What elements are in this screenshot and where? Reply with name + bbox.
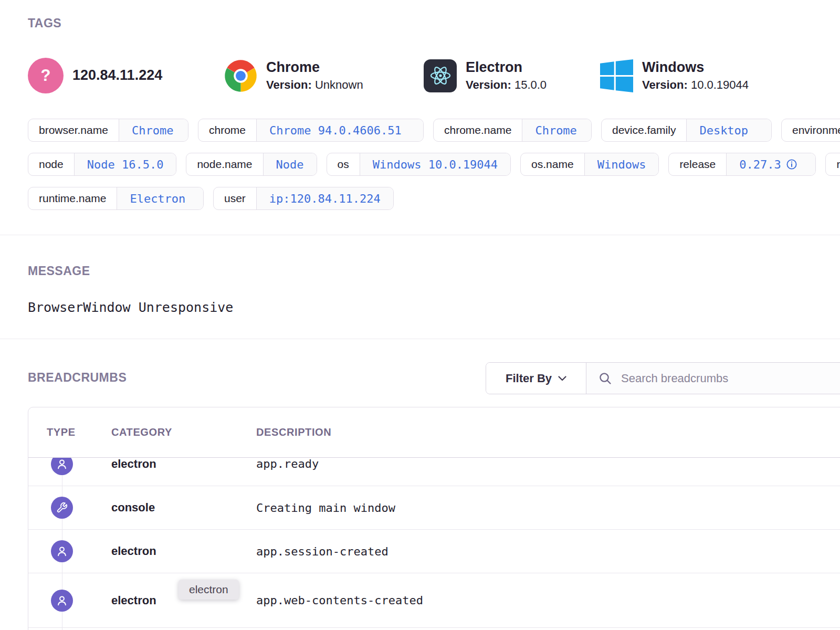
tag-value[interactable]: ip:120.84.11.224 — [256, 187, 393, 209]
filter-by-label: Filter By — [506, 372, 552, 385]
tag-pill-chrome-name: chrome.name Chrome — [433, 119, 592, 142]
tag-card-ip: ? 120.84.11.224 — [28, 58, 224, 93]
filter-by-button[interactable]: Filter By — [486, 363, 586, 394]
tag-value[interactable]: Node 16.5.0 — [74, 153, 176, 175]
message-text: BrowserWindow Unresponsive — [28, 300, 233, 315]
breadcrumbs-table: TYPE CATEGORY DESCRIPTION electron app.r… — [28, 407, 840, 630]
user-icon — [51, 540, 73, 562]
breadcrumb-category: console — [111, 501, 256, 514]
chevron-down-icon — [558, 376, 566, 381]
browser-version: Unknown — [315, 78, 363, 91]
os-name: Windows — [642, 59, 749, 76]
wrench-icon — [51, 497, 73, 519]
breadcrumb-description: app.session-created — [256, 545, 840, 558]
section-divider — [0, 339, 840, 339]
os-version: 10.0.19044 — [691, 78, 749, 91]
tag-key: os.name — [521, 153, 584, 175]
tag-card-electron: Electron Version: 15.0.0 — [424, 59, 600, 92]
breadcrumb-row-partial — [28, 627, 840, 630]
version-label: Version: — [466, 78, 511, 91]
version-label: Version: — [642, 78, 688, 91]
column-header-description: DESCRIPTION — [256, 426, 840, 438]
tag-key: browser.name — [28, 119, 119, 141]
breadcrumb-row[interactable]: console Creating main window — [28, 486, 840, 529]
info-icon[interactable] — [786, 159, 797, 170]
tag-key: chrome.name — [434, 119, 522, 141]
tag-pill-runtime-name: runtime.name Electron — [28, 187, 204, 210]
column-header-type: TYPE — [28, 426, 111, 438]
tags-section-title: TAGS — [28, 16, 61, 30]
breadcrumbs-controls: Filter By — [486, 362, 840, 394]
tag-pill-browser-name: browser.name Chrome — [28, 119, 188, 142]
breadcrumb-row[interactable]: electron app.ready — [28, 458, 840, 486]
tag-value[interactable]: Windows 10.0.19044 — [360, 153, 510, 175]
breadcrumbs-section-title: BREADCRUMBS — [28, 371, 127, 385]
ip-address: 120.84.11.224 — [72, 67, 162, 83]
breadcrumb-category: electron — [111, 458, 256, 471]
tag-key: os — [327, 153, 360, 175]
tag-value[interactable]: Node — [263, 153, 317, 175]
tag-pill-os-name: os.name Windows — [520, 153, 659, 176]
tag-pill-user: user ip:120.84.11.224 — [213, 187, 394, 210]
category-tooltip: electron — [178, 580, 239, 600]
tag-pill-environment: environment — [781, 119, 840, 142]
breadcrumb-description: Creating main window — [256, 501, 840, 514]
issue-detail-page: TAGS ? 120.84.11.224 Chrome Version: Unk… — [0, 0, 840, 630]
tag-value[interactable]: Electron — [117, 187, 203, 209]
column-header-category: CATEGORY — [111, 426, 256, 438]
search-input[interactable] — [620, 371, 832, 386]
breadcrumb-row[interactable]: electron app.session-created — [28, 529, 840, 573]
user-icon — [51, 590, 73, 612]
breadcrumbs-table-header: TYPE CATEGORY DESCRIPTION — [28, 407, 840, 458]
release-version: 0.27.3 — [739, 158, 781, 171]
tag-pill-node: node Node 16.5.0 — [28, 153, 176, 176]
search-icon — [598, 371, 613, 386]
tag-pill-node-name: node.name Node — [186, 153, 317, 176]
tag-value[interactable]: Windows — [584, 153, 659, 175]
tag-key: runtime.name — [28, 187, 117, 209]
question-avatar-icon: ? — [28, 58, 64, 93]
tag-key: runtime — [826, 153, 840, 175]
breadcrumb-description: app.web-contents-created — [256, 594, 840, 607]
tag-pill-device-family: device.family Desktop — [601, 119, 772, 142]
breadcrumb-row[interactable]: electron app.web-contents-created — [28, 573, 840, 627]
tag-pill-release: release 0.27.3 — [668, 153, 816, 176]
timeline-line — [62, 628, 62, 630]
tag-value[interactable]: 0.27.3 — [726, 153, 815, 175]
tag-value[interactable]: Chrome 94.0.4606.51 — [256, 119, 423, 141]
tag-card-chrome: Chrome Version: Unknown — [224, 59, 424, 92]
tag-cards: ? 120.84.11.224 Chrome Version: Unknown — [28, 58, 840, 93]
breadcrumb-category: electron — [111, 544, 256, 558]
runtime-name: Electron — [466, 59, 547, 76]
chrome-logo-icon — [224, 59, 257, 92]
breadcrumbs-search — [586, 363, 840, 394]
windows-logo-icon — [600, 59, 633, 92]
tag-key: user — [214, 187, 256, 209]
browser-name: Chrome — [266, 59, 363, 76]
section-divider — [0, 235, 840, 235]
runtime-version: 15.0.0 — [514, 78, 547, 91]
tag-card-windows: Windows Version: 10.0.19044 — [600, 59, 749, 92]
tag-key: device.family — [602, 119, 686, 141]
tag-pill-chrome: chrome Chrome 94.0.4606.51 — [198, 119, 424, 142]
electron-logo-icon — [424, 59, 457, 92]
user-icon — [51, 458, 73, 475]
tag-value[interactable]: Chrome — [522, 119, 591, 141]
breadcrumb-description: app.ready — [256, 458, 840, 470]
tag-key: node — [28, 153, 74, 175]
tag-pill-os: os Windows 10.0.19044 — [327, 153, 511, 176]
breadcrumbs-table-body: electron app.ready console Creating main… — [28, 458, 840, 630]
tag-pill-runtime: runtime — [825, 153, 840, 176]
tag-value[interactable]: Chrome — [119, 119, 188, 141]
tag-key: node.name — [186, 153, 262, 175]
tag-key: release — [669, 153, 726, 175]
version-label: Version: — [266, 78, 312, 91]
message-section-title: MESSAGE — [28, 264, 90, 278]
tag-pill-list: browser.name Chrome chrome Chrome 94.0.4… — [28, 119, 840, 221]
tag-key: chrome — [198, 119, 256, 141]
tag-value[interactable]: Desktop — [686, 119, 771, 141]
tag-key: environment — [782, 119, 840, 141]
